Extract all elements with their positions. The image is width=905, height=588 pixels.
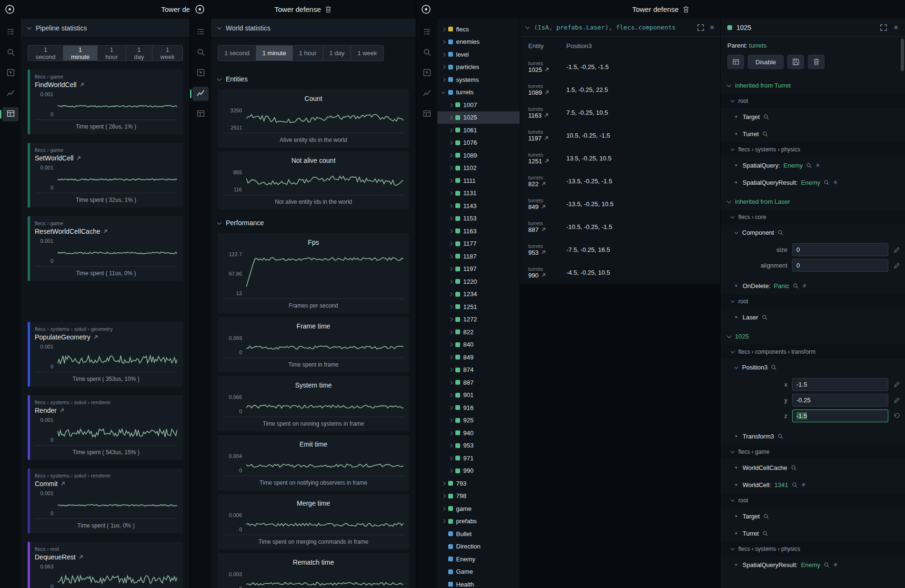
search-icon[interactable] xyxy=(824,179,830,186)
tree-item-1163[interactable]: 1163 xyxy=(437,225,520,238)
tree-item-1187[interactable]: 1187 xyxy=(437,250,520,263)
pipeline-panel-header[interactable]: Pipeline statistics xyxy=(21,19,190,38)
edit-pencil-icon[interactable] xyxy=(893,397,900,404)
collapse-chevron-icon[interactable] xyxy=(217,220,222,225)
collapse-chevron-icon[interactable] xyxy=(731,546,734,550)
search-icon[interactable] xyxy=(777,229,784,236)
trash-icon[interactable] xyxy=(683,6,689,13)
fullscreen-icon[interactable] xyxy=(880,24,887,31)
open-link-icon[interactable] xyxy=(103,229,108,234)
expand-chevron-icon[interactable] xyxy=(449,444,452,448)
tree-item-1007[interactable]: 1007 xyxy=(437,99,520,111)
open-link-icon[interactable] xyxy=(541,273,546,278)
collapse-chevron-icon[interactable] xyxy=(217,25,222,30)
asterisk-icon[interactable] xyxy=(802,283,807,288)
inspector-group-header[interactable]: root xyxy=(721,493,905,508)
tree-item-887[interactable]: 887 xyxy=(437,376,520,389)
expand-chevron-icon[interactable] xyxy=(442,90,445,93)
tree-item-925[interactable]: 925 xyxy=(437,414,520,427)
open-link-icon[interactable] xyxy=(93,335,98,339)
expand-chevron-icon[interactable] xyxy=(449,355,452,359)
entity-link[interactable]: 1251 xyxy=(528,158,566,165)
inspector-group-header[interactable]: flecs › systems › physics xyxy=(721,542,905,556)
expand-chevron-icon[interactable] xyxy=(449,469,452,473)
expand-chevron-icon[interactable] xyxy=(442,40,445,44)
collapse-chevron-icon[interactable] xyxy=(731,98,734,102)
open-link-icon[interactable] xyxy=(76,156,81,160)
tree-item-916[interactable]: 916 xyxy=(437,401,520,414)
open-link-icon[interactable] xyxy=(80,82,84,87)
tree-item-822[interactable]: 822 xyxy=(437,326,520,339)
expand-chevron-icon[interactable] xyxy=(449,128,452,132)
query-row[interactable]: turrets990-4.5, -0.25, 10.5 xyxy=(520,261,720,284)
expand-chevron-icon[interactable] xyxy=(449,217,452,220)
close-icon[interactable]: × xyxy=(710,23,714,31)
query-row[interactable]: turrets953-7.5, -0.25, 16.5 xyxy=(520,238,720,261)
search-icon[interactable] xyxy=(824,562,830,568)
expand-chevron-icon[interactable] xyxy=(449,204,452,208)
tree-item-1061[interactable]: 1061 xyxy=(437,124,520,137)
expand-chevron-icon[interactable] xyxy=(449,242,452,246)
expand-chevron-icon[interactable] xyxy=(449,431,452,435)
tree-item-953[interactable]: 953 xyxy=(437,439,520,452)
asterisk-icon[interactable] xyxy=(801,482,806,487)
expand-chevron-icon[interactable] xyxy=(442,519,445,523)
collapse-chevron-icon[interactable] xyxy=(727,82,732,87)
search-icon[interactable] xyxy=(791,465,797,471)
tree-item-1102[interactable]: 1102 xyxy=(437,162,520,175)
open-link-icon[interactable] xyxy=(544,136,549,140)
tree-item-874[interactable]: 874 xyxy=(437,364,520,377)
inspector-sidebar-button[interactable] xyxy=(192,66,209,80)
expand-chevron-icon[interactable] xyxy=(442,78,445,81)
expand-chevron-icon[interactable] xyxy=(449,292,452,296)
expand-chevron-icon[interactable] xyxy=(442,65,445,69)
query-row[interactable]: turrets125113.5, -0.25, 10.5 xyxy=(520,147,720,169)
collapse-chevron-icon[interactable] xyxy=(217,76,222,81)
expand-chevron-icon[interactable] xyxy=(449,279,452,283)
tree-item-1272[interactable]: 1272 xyxy=(437,313,520,326)
inspector-sidebar-button[interactable] xyxy=(2,66,19,80)
expand-chevron-icon[interactable] xyxy=(449,267,452,271)
tree-item-901[interactable]: 901 xyxy=(437,389,520,402)
expand-chevron-icon[interactable] xyxy=(449,229,452,233)
delete-button[interactable] xyxy=(808,55,825,69)
collapse-chevron-icon[interactable] xyxy=(27,25,32,30)
entity-link[interactable]: 1197 xyxy=(528,135,566,142)
tree-item-1177[interactable]: 1177 xyxy=(437,238,520,250)
tree-item-1131[interactable]: 1131 xyxy=(437,187,520,200)
query-row[interactable]: turrets119710.5, -0.25, -1.5 xyxy=(520,124,720,147)
open-link-icon[interactable] xyxy=(60,408,64,413)
inspector-group-header[interactable]: flecs › systems › physics xyxy=(721,142,905,157)
open-link-icon[interactable] xyxy=(541,204,546,209)
expand-chevron-icon[interactable] xyxy=(449,419,452,422)
asterisk-icon[interactable] xyxy=(833,562,838,567)
expand-chevron-icon[interactable] xyxy=(449,406,452,409)
search-sidebar-button[interactable] xyxy=(192,46,209,60)
save-button[interactable] xyxy=(787,55,804,69)
tree-item-turrets[interactable]: turrets xyxy=(437,86,520,99)
asterisk-icon[interactable] xyxy=(815,163,820,168)
expand-chevron-icon[interactable] xyxy=(449,456,452,460)
tree-item-systems[interactable]: systems xyxy=(437,73,520,86)
entity-link[interactable]: 1163 xyxy=(528,112,566,119)
entity-link[interactable]: 990 xyxy=(528,272,566,279)
expand-chevron-icon[interactable] xyxy=(442,481,445,485)
entity-link[interactable]: 1089 xyxy=(528,89,566,96)
table-sidebar-button[interactable] xyxy=(419,107,435,121)
tree-item-Health[interactable]: Health xyxy=(437,578,520,588)
collapse-chevron-icon[interactable] xyxy=(727,199,732,203)
inspector-group-header[interactable]: root xyxy=(721,94,905,108)
tree-item-1111[interactable]: 1111 xyxy=(437,174,520,187)
inspector-group-header[interactable]: root xyxy=(721,294,905,309)
world-section-header[interactable]: Performance xyxy=(211,213,416,233)
search-icon[interactable] xyxy=(792,482,798,488)
inspector-group-header[interactable]: flecs › components › transform xyxy=(721,345,905,359)
time-range-1-hour[interactable]: 1 hour xyxy=(98,45,126,61)
tree-item-prefabs[interactable]: prefabs xyxy=(437,515,520,528)
world-section-header[interactable]: Entities xyxy=(211,70,416,90)
tree-item-1197[interactable]: 1197 xyxy=(437,263,520,276)
tree-item-990[interactable]: 990 xyxy=(437,465,520,478)
expand-chevron-icon[interactable] xyxy=(449,393,452,397)
expand-chevron-icon[interactable] xyxy=(449,343,452,347)
tree-item-1220[interactable]: 1220 xyxy=(437,275,520,288)
